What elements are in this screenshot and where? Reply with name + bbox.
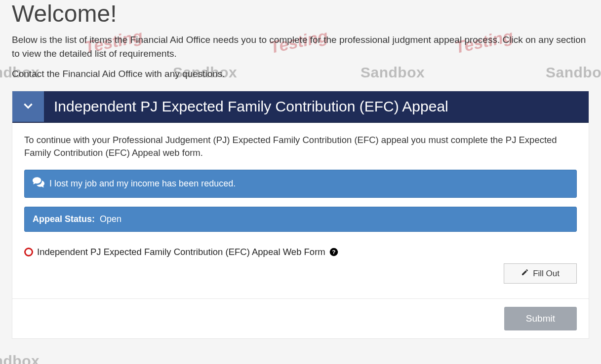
appeal-status-value: Open <box>100 214 121 224</box>
edit-icon <box>521 268 529 279</box>
intro-paragraph: Below is the list of items the Financial… <box>12 33 589 60</box>
contact-paragraph: Contact the Financial Aid Office with an… <box>12 67 589 81</box>
watermark-sandbox: Sandbox <box>0 353 40 364</box>
task-label: Independent PJ Expected Family Contribut… <box>37 247 325 257</box>
chevron-down-icon <box>22 99 35 114</box>
appeal-reason-bar: I lost my job and my income has been red… <box>24 170 577 198</box>
fill-out-label: Fill Out <box>533 269 560 279</box>
help-icon[interactable]: ? <box>329 248 338 256</box>
task-row: Independent PJ Expected Family Contribut… <box>24 247 577 284</box>
panel-footer: Submit <box>12 298 589 338</box>
page-title: Welcome! <box>12 0 589 27</box>
appeal-status-bar: Appeal Status: Open <box>24 207 577 232</box>
appeal-reason-text: I lost my job and my income has been red… <box>49 179 236 189</box>
section-title: Independent PJ Expected Family Contribut… <box>44 91 589 122</box>
section-instructions: To continue with your Professional Judge… <box>24 134 577 160</box>
collapse-toggle[interactable] <box>12 91 44 122</box>
section-header[interactable]: Independent PJ Expected Family Contribut… <box>12 91 589 123</box>
chat-icon <box>33 177 44 190</box>
submit-button[interactable]: Submit <box>504 307 577 330</box>
svg-text:?: ? <box>332 249 335 255</box>
status-circle-icon <box>24 248 33 256</box>
fill-out-button[interactable]: Fill Out <box>504 263 577 284</box>
appeal-section: Independent PJ Expected Family Contribut… <box>12 91 589 339</box>
appeal-status-label: Appeal Status: <box>33 214 95 224</box>
